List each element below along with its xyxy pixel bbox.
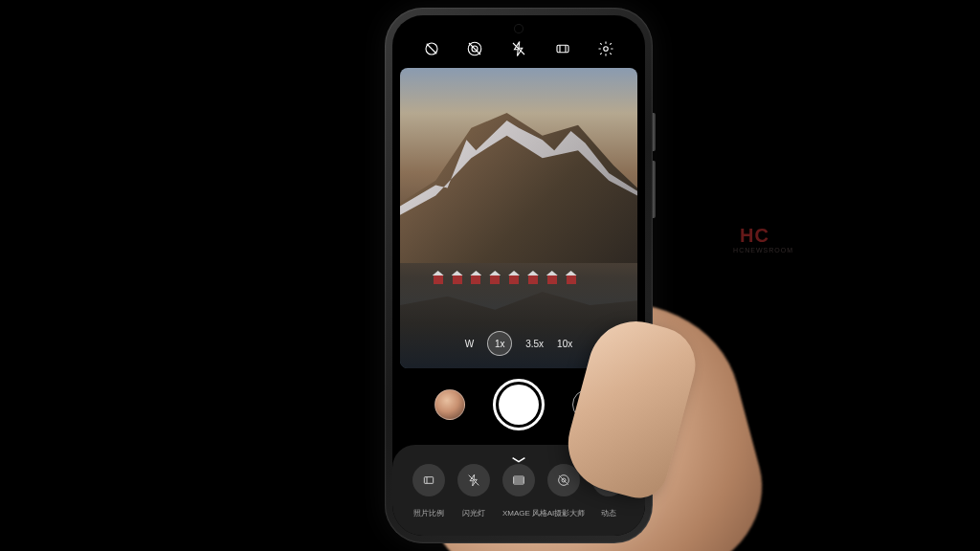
watermark-logo: HC: [740, 225, 769, 247]
svg-point-4: [604, 47, 609, 52]
xmage-label: XMAGE 风格: [502, 508, 535, 518]
settings-icon[interactable]: [596, 39, 615, 58]
aspect-ratio-icon[interactable]: [553, 39, 572, 58]
zoom-10x-button[interactable]: 10x: [557, 339, 572, 349]
aspect-ratio-setting-button[interactable]: [412, 464, 445, 496]
zoom-1x-button[interactable]: 1x: [487, 331, 512, 356]
aspect-ratio-label: 照片比例: [412, 508, 445, 518]
ai-master-off-icon[interactable]: [422, 39, 441, 58]
gallery-thumbnail[interactable]: [434, 389, 465, 420]
motion-label: 动态: [592, 508, 625, 518]
svg-rect-6: [425, 477, 434, 484]
shutter-button[interactable]: [493, 379, 545, 430]
filter-off-icon[interactable]: [465, 39, 484, 58]
zoom-3.5x-button[interactable]: 3.5x: [525, 339, 544, 349]
flash-label: 闪光灯: [457, 508, 490, 518]
ai-label: AI摄影大师: [547, 508, 580, 518]
flash-off-icon[interactable]: [509, 39, 528, 58]
zoom-controls: W 1x 3.5x 10x: [392, 331, 645, 356]
watermark-text: HCNEWSROOM: [733, 247, 793, 253]
front-camera-hole: [515, 25, 523, 33]
xmage-style-button[interactable]: [502, 464, 535, 496]
volume-button: [653, 113, 656, 151]
camera-viewfinder[interactable]: [400, 68, 637, 368]
zoom-wide-button[interactable]: W: [465, 339, 474, 349]
quick-settings-labels: 照片比例 闪光灯 XMAGE 风格 AI摄影大师 动态: [392, 508, 645, 518]
camera-top-toolbar: [392, 39, 645, 58]
scene-houses: [424, 273, 613, 284]
flash-setting-button[interactable]: [457, 464, 490, 496]
svg-rect-3: [557, 45, 568, 53]
power-button: [653, 161, 656, 218]
shutter-inner: [499, 385, 539, 425]
